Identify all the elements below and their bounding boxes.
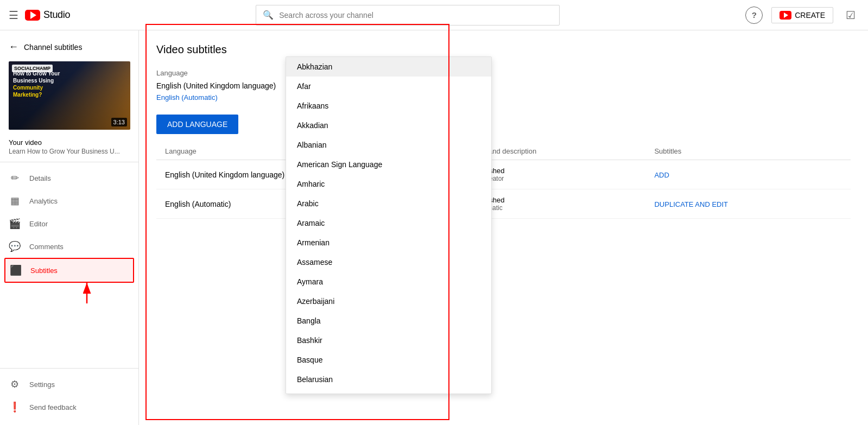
header-left: ☰ Studio: [9, 9, 70, 22]
row2-status-sub: Automatic: [473, 204, 637, 212]
page-title: Video subtitles: [156, 43, 851, 56]
details-icon: ✏: [9, 172, 21, 184]
sidebar-item-subtitles[interactable]: ⬛ Subtitles: [4, 258, 134, 283]
editor-icon: 🎬: [9, 218, 21, 230]
col-title-desc: Title and description: [465, 143, 645, 160]
sidebar-item-settings[interactable]: ⚙ Settings: [0, 373, 138, 396]
language-dropdown[interactable]: Abkhazian Afar Afrikaans Akkadian Albani…: [286, 56, 492, 394]
dropdown-item-abkhazian[interactable]: Abkhazian: [286, 57, 491, 77]
row2-status-badge: Published: [473, 196, 637, 204]
subtitles-icon: ⬛: [10, 264, 22, 276]
sidebar-item-feedback[interactable]: ❗ Send feedback: [0, 396, 138, 418]
video-thumbnail[interactable]: SOCIALCHAMP 3:13 How to Grow Your Busine…: [9, 61, 130, 130]
header-right: ? CREATE ☑: [745, 7, 859, 24]
sidebar-bottom: ⚙ Settings ❗ Send feedback: [0, 368, 138, 418]
row1-action: ADD: [645, 160, 851, 189]
dropdown-item-basque[interactable]: Basque: [286, 350, 491, 370]
thumbnail-image: SOCIALCHAMP 3:13 How to Grow Your Busine…: [9, 61, 130, 130]
dropdown-item-belarusian[interactable]: Belarusian: [286, 370, 491, 389]
dropdown-item-aymara[interactable]: Aymara: [286, 272, 491, 291]
duplicate-edit-link[interactable]: DUPLICATE AND EDIT: [654, 200, 728, 208]
sidebar-item-editor[interactable]: 🎬 Editor: [0, 212, 138, 235]
youtube-logo-icon: [25, 10, 40, 21]
subtitles-label: Subtitles: [30, 267, 58, 275]
video-title-label: Your video: [9, 138, 130, 147]
dropdown-item-azerbaijani[interactable]: Azerbaijani: [286, 291, 491, 311]
editor-label: Editor: [29, 220, 48, 228]
help-button[interactable]: ?: [745, 7, 763, 24]
header: ☰ Studio 🔍 ? CREATE ☑: [0, 0, 868, 30]
add-language-button[interactable]: ADD LANGUAGE: [156, 115, 238, 134]
dropdown-item-asl[interactable]: American Sign Language: [286, 155, 491, 174]
video-info: Your video Learn How to Grow Your Busine…: [9, 138, 130, 155]
feedback-icon: ❗: [9, 401, 21, 413]
analytics-label: Analytics: [29, 197, 58, 205]
todo-button[interactable]: ☑: [842, 7, 859, 24]
dropdown-item-afrikaans[interactable]: Afrikaans: [286, 96, 491, 116]
language-value: English (United Kingdom language): [156, 81, 851, 90]
arrow-area: [0, 283, 138, 310]
logo-area: Studio: [25, 9, 70, 21]
settings-icon: ⚙: [9, 378, 21, 390]
language-section: Language English (United Kingdom languag…: [156, 69, 851, 102]
main-layout: ← Channel subtitles SOCIALCHAMP 3:13 How…: [0, 30, 868, 425]
dropdown-list: Abkhazian Afar Afrikaans Akkadian Albani…: [286, 57, 491, 394]
back-arrow-icon: ←: [9, 41, 18, 53]
sidebar: ← Channel subtitles SOCIALCHAMP 3:13 How…: [0, 30, 139, 425]
create-video-icon: [780, 11, 791, 20]
sidebar-item-comments[interactable]: 💬 Comments: [0, 235, 138, 258]
dropdown-item-bhojpuri[interactable]: Bhojpuri: [286, 389, 491, 394]
sidebar-item-details[interactable]: ✏ Details: [0, 167, 138, 189]
row2-status: Published Automatic: [465, 189, 645, 219]
dropdown-item-akkadian[interactable]: Akkadian: [286, 116, 491, 135]
search-input[interactable]: [279, 11, 553, 20]
create-button[interactable]: CREATE: [771, 7, 833, 23]
dropdown-item-assamese[interactable]: Assamese: [286, 252, 491, 272]
main-content: Video subtitles Language English (United…: [139, 30, 868, 425]
row2-action: DUPLICATE AND EDIT: [645, 189, 851, 219]
dropdown-item-bangla[interactable]: Bangla: [286, 311, 491, 331]
language-label: Language: [156, 69, 851, 77]
dropdown-item-amharic[interactable]: Amharic: [286, 174, 491, 194]
col-subtitles: Subtitles: [645, 143, 851, 160]
analytics-icon: ▦: [9, 195, 21, 207]
channel-subtitles-label: Channel subtitles: [24, 43, 82, 52]
comments-icon: 💬: [9, 240, 21, 252]
studio-title: Studio: [43, 9, 70, 21]
comments-label: Comments: [29, 243, 64, 251]
youtube-play-icon: [30, 11, 36, 19]
table-row: English (Automatic) Published Automatic …: [156, 189, 851, 219]
thumb-duration: 3:13: [111, 118, 127, 126]
dropdown-item-arabic[interactable]: Arabic: [286, 194, 491, 213]
header-search: 🔍: [70, 5, 745, 26]
sidebar-item-analytics[interactable]: ▦ Analytics: [0, 189, 138, 212]
dropdown-item-aramaic[interactable]: Aramaic: [286, 213, 491, 233]
dropdown-item-afar[interactable]: Afar: [286, 77, 491, 96]
auto-language-value: English (Automatic): [156, 93, 851, 102]
thumb-title-text: How to Grow Your Business Using Communit…: [13, 70, 60, 98]
video-subtitle: Learn How to Grow Your Business U...: [9, 148, 130, 155]
add-link[interactable]: ADD: [654, 171, 669, 179]
row1-status: Published by Creator: [465, 160, 645, 189]
table-row: English (United Kingdom language) Publis…: [156, 160, 851, 189]
details-label: Details: [29, 174, 51, 182]
search-bar: 🔍: [256, 5, 560, 26]
settings-label: Settings: [29, 380, 55, 389]
dropdown-item-armenian[interactable]: Armenian: [286, 233, 491, 252]
row1-status-badge: Published: [473, 167, 637, 175]
dropdown-item-albanian[interactable]: Albanian: [286, 135, 491, 155]
back-link[interactable]: ← Channel subtitles: [0, 37, 138, 57]
subtitles-table: Language Title and description Subtitles…: [156, 143, 851, 219]
feedback-label: Send feedback: [29, 403, 77, 411]
dropdown-item-bashkir[interactable]: Bashkir: [286, 331, 491, 350]
search-icon: 🔍: [263, 10, 274, 20]
annotation-arrow: [71, 277, 103, 305]
sidebar-divider-top: [0, 162, 138, 162]
create-play-icon: [784, 12, 788, 18]
row1-status-sub: by Creator: [473, 175, 637, 182]
create-label: CREATE: [795, 11, 825, 20]
hamburger-icon[interactable]: ☰: [9, 9, 18, 22]
